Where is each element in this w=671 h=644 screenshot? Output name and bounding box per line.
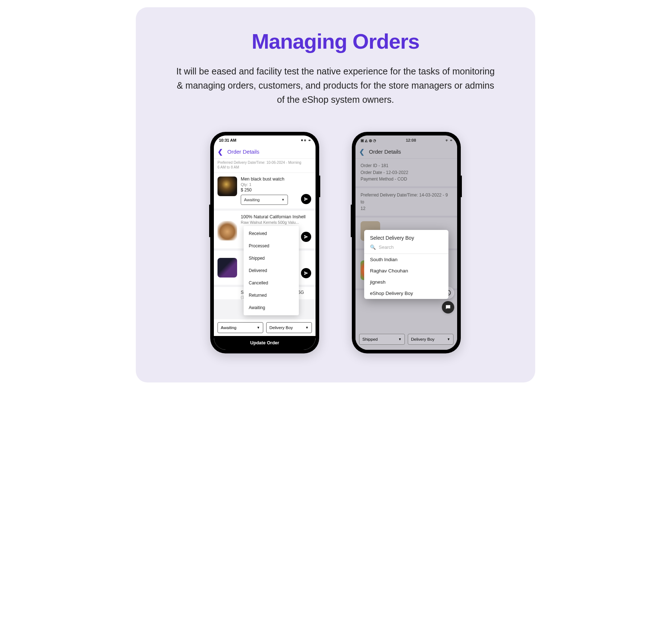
product-thumbnail[interactable] xyxy=(217,177,237,196)
chevron-down-icon: ▼ xyxy=(281,198,285,202)
app-header: ❮ Order Details xyxy=(355,145,457,159)
app-header: ❮ Order Details xyxy=(214,145,316,159)
preferred-delivery-text: Preferred Delivery Date/Time: 10-06-2024… xyxy=(214,159,316,173)
product-thumbnail[interactable] xyxy=(217,221,237,240)
status-time: 10:31 AM xyxy=(219,138,236,142)
preferred-delivery-block: Preferred Delivery Date/Time: 14-03-2022… xyxy=(355,188,457,218)
phone-side-button xyxy=(461,175,462,197)
dialog-title: Select Delivery Boy xyxy=(364,230,448,243)
select-delivery-boy-dialog: Select Delivery Boy 🔍 Search South India… xyxy=(364,230,448,299)
status-option-delivered[interactable]: Delivered xyxy=(244,264,299,277)
order-content: Preferred Delivery Date/Time: 10-06-2024… xyxy=(214,159,316,350)
svg-rect-2 xyxy=(447,307,448,308)
order-item: Men black bust watch Qty: 1 $ 250 Awaiti… xyxy=(214,173,316,211)
chevron-down-icon: ▼ xyxy=(257,326,260,329)
status-bar: ▣ ◭ ◍ ◔ 12:08 ᯤ ▭ xyxy=(355,135,457,145)
order-info-block: Order ID - 181 Order Date - 12-03-2022 P… xyxy=(355,159,457,188)
order-id: Order ID - 181 xyxy=(361,162,452,169)
order-status-value: Shipped xyxy=(362,337,378,341)
status-option-cancelled[interactable]: Cancelled xyxy=(244,277,299,289)
phone-left: 10:31 AM ◧ ᯤ ▭ ❮ Order Details Preferred… xyxy=(210,132,319,353)
status-option-received[interactable]: Received xyxy=(244,227,299,240)
chevron-down-icon: ▼ xyxy=(447,337,450,341)
product-qty: Qty: 1 xyxy=(241,182,312,187)
phone-side-button xyxy=(351,204,352,237)
dialog-search[interactable]: 🔍 Search xyxy=(364,243,448,254)
payment-method: Payment Method - COD xyxy=(361,176,452,183)
delivery-boy-value: Delivery Boy xyxy=(411,337,435,341)
phone-left-screen: 10:31 AM ◧ ᯤ ▭ ❮ Order Details Preferred… xyxy=(214,135,316,350)
order-status-select[interactable]: Awaiting ▼ xyxy=(217,322,263,333)
phone-side-button xyxy=(209,204,210,237)
promo-canvas: Managing Orders It will be eased and fac… xyxy=(136,7,535,382)
back-icon[interactable]: ❮ xyxy=(359,148,365,156)
product-name-line2: Raw Walnut Kernels 500g Valu... xyxy=(241,220,312,224)
update-order-button[interactable]: Update Order xyxy=(214,336,316,350)
status-option-processed[interactable]: Processed xyxy=(244,240,299,252)
product-price: $ 250 xyxy=(241,187,312,193)
item-status-select[interactable]: Awaiting ▼ xyxy=(241,195,288,205)
delivery-boy-value: Delivery Boy xyxy=(269,325,293,330)
status-option-awaiting[interactable]: Awaiting xyxy=(244,301,299,314)
status-icons: ◧ ᯤ ▭ xyxy=(301,138,310,142)
hero-subtitle: It will be eased and facility test the n… xyxy=(176,64,495,106)
phones-row: 10:31 AM ◧ ᯤ ▭ ❮ Order Details Preferred… xyxy=(154,132,517,353)
phone-side-button xyxy=(319,175,320,197)
order-status-select[interactable]: Shipped ▼ xyxy=(359,334,405,345)
status-dropdown: Received Processed Shipped Delivered Can… xyxy=(244,226,299,315)
status-bar: 10:31 AM ◧ ᯤ ▭ xyxy=(214,135,316,145)
status-icons-left: ▣ ◭ ◍ ◔ xyxy=(361,138,376,142)
page-title: Order Details xyxy=(227,149,259,155)
product-thumbnail[interactable] xyxy=(217,258,237,278)
bottom-controls: Awaiting ▼ Delivery Boy ▼ Update Order xyxy=(214,319,316,350)
delivery-boy-option[interactable]: Raghav Chouhan xyxy=(364,265,448,276)
message-button[interactable] xyxy=(442,301,454,313)
chevron-down-icon: ▼ xyxy=(398,337,402,341)
status-time: 12:08 xyxy=(406,138,416,142)
item-status-value: Awaiting xyxy=(244,198,260,202)
status-option-returned[interactable]: Returned xyxy=(244,289,299,301)
status-icons-right: ᯤ ▭ xyxy=(446,138,452,142)
chevron-down-icon: ▼ xyxy=(305,326,309,329)
delivery-boy-select[interactable]: Delivery Boy ▼ xyxy=(266,322,312,333)
delivery-boy-select[interactable]: Delivery Boy ▼ xyxy=(408,334,454,345)
back-icon[interactable]: ❮ xyxy=(217,148,223,156)
delivery-boy-option[interactable]: South Indian xyxy=(364,254,448,265)
search-icon: 🔍 xyxy=(370,244,376,250)
hero-title: Managing Orders xyxy=(154,29,517,53)
phone-right-screen: ▣ ◭ ◍ ◔ 12:08 ᯤ ▭ ❮ Order Details Order … xyxy=(355,135,457,350)
status-option-shipped[interactable]: Shipped xyxy=(244,252,299,264)
svg-rect-1 xyxy=(447,306,450,307)
delivery-boy-option[interactable]: jignesh xyxy=(364,276,448,288)
preferred-line1: Preferred Delivery Date/Time: 10-06-2024… xyxy=(217,160,312,165)
preferred-line2: 12 xyxy=(361,205,452,212)
preferred-line2: 6 AM to 8 AM xyxy=(217,165,312,170)
page-title: Order Details xyxy=(369,149,401,155)
product-name: 100% Natural Californian Inshell xyxy=(241,214,312,219)
delivery-boy-option[interactable]: eShop Delivery Boy xyxy=(364,288,448,299)
phone-right: ▣ ◭ ◍ ◔ 12:08 ᯤ ▭ ❮ Order Details Order … xyxy=(352,132,461,353)
order-status-value: Awaiting xyxy=(221,325,236,330)
order-date: Order Date - 12-03-2022 xyxy=(361,169,452,176)
order-content: Order ID - 181 Order Date - 12-03-2022 P… xyxy=(355,159,457,350)
bottom-controls: Shipped ▼ Delivery Boy ▼ xyxy=(355,331,457,348)
product-name: Men black bust watch xyxy=(241,177,312,182)
preferred-line1: Preferred Delivery Date/Time: 14-03-2022… xyxy=(361,192,452,205)
search-placeholder: Search xyxy=(379,244,394,250)
